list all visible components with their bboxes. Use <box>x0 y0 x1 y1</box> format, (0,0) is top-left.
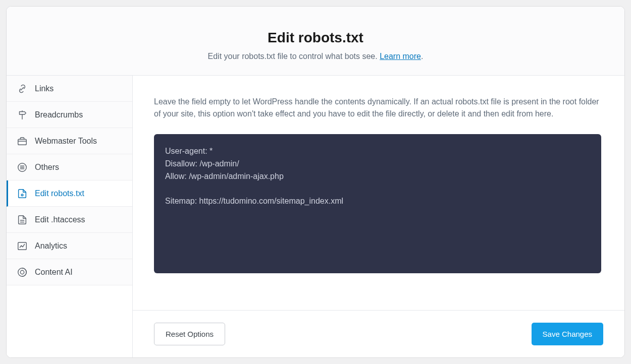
sidebar-item-label: Links <box>35 84 54 93</box>
toolbox-icon <box>17 136 28 147</box>
page-title: Edit robots.txt <box>17 30 614 46</box>
subtitle-text: Edit your robots.txt file to control wha… <box>208 52 380 60</box>
link-icon <box>17 83 28 94</box>
sidebar-item-others[interactable]: Others <box>7 154 132 180</box>
sidebar-item-label: Others <box>35 163 59 172</box>
sidebar-item-edit-robots[interactable]: Edit robots.txt <box>7 180 132 207</box>
main-area: Leave the field empty to let WordPress h… <box>133 76 624 357</box>
panel-header: Edit robots.txt Edit your robots.txt fil… <box>7 7 624 76</box>
chart-icon <box>17 240 28 252</box>
file-robot-icon <box>17 188 28 199</box>
sidebar-item-webmaster-tools[interactable]: Webmaster Tools <box>7 128 132 154</box>
list-icon <box>17 162 28 173</box>
save-button[interactable]: Save Changes <box>532 323 603 345</box>
sidebar-item-label: Analytics <box>35 241 67 251</box>
main-content: Leave the field empty to let WordPress h… <box>133 76 624 310</box>
footer: Reset Options Save Changes <box>133 310 624 357</box>
signpost-icon <box>17 109 28 120</box>
sidebar-item-label: Webmaster Tools <box>35 137 97 146</box>
target-icon <box>17 267 28 278</box>
sidebar: Links Breadcrumbs Webmaster Tools <box>7 76 133 357</box>
sidebar-item-edit-htaccess[interactable]: Edit .htaccess <box>7 207 132 233</box>
sidebar-item-analytics[interactable]: Analytics <box>7 233 132 259</box>
svg-point-5 <box>20 270 24 274</box>
settings-panel: Edit robots.txt Edit your robots.txt fil… <box>6 6 625 358</box>
sidebar-item-links[interactable]: Links <box>7 76 132 102</box>
sidebar-item-content-ai[interactable]: Content AI <box>7 259 132 285</box>
sidebar-item-label: Edit .htaccess <box>35 215 85 224</box>
panel-body: Links Breadcrumbs Webmaster Tools <box>7 76 624 357</box>
sidebar-item-label: Edit robots.txt <box>35 189 84 198</box>
help-text: Leave the field empty to let WordPress h… <box>154 96 601 120</box>
reset-button[interactable]: Reset Options <box>154 323 225 345</box>
subtitle-suffix: . <box>421 52 423 60</box>
robots-editor[interactable] <box>154 134 601 273</box>
svg-point-2 <box>21 194 23 196</box>
file-text-icon <box>17 214 28 225</box>
learn-more-link[interactable]: Learn more <box>380 52 421 60</box>
sidebar-item-label: Breadcrumbs <box>35 110 83 119</box>
page-subtitle: Edit your robots.txt file to control wha… <box>17 52 614 61</box>
sidebar-item-breadcrumbs[interactable]: Breadcrumbs <box>7 102 132 128</box>
svg-rect-0 <box>18 139 27 145</box>
sidebar-item-label: Content AI <box>35 268 73 277</box>
